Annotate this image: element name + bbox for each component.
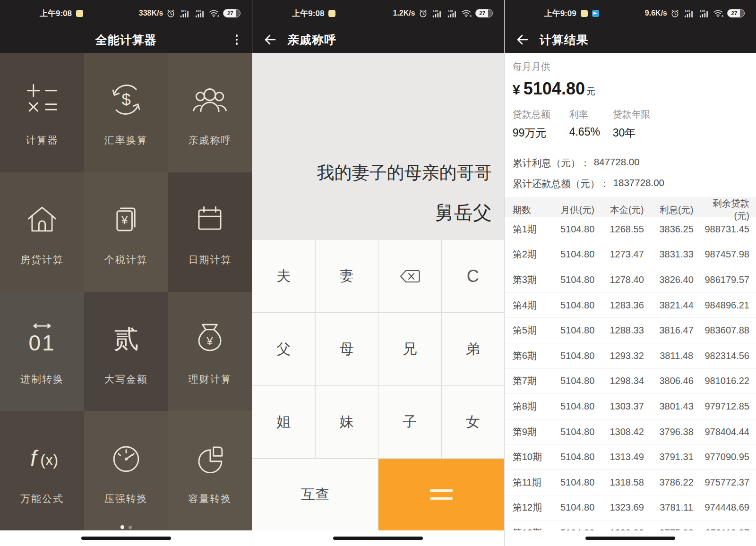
wifi-icon: 6 [713,9,724,17]
tool-item-income-tax-calc[interactable]: ¥个税计算 [84,172,168,292]
table-cell: 第1期 [513,223,553,236]
wifi-icon: 6 [209,9,220,17]
notification-app-icon [328,10,335,17]
key-mother[interactable]: 母 [316,313,378,385]
tool-label: 压强转换 [104,492,148,505]
key-husband[interactable]: 夫 [252,240,315,312]
table-cell: 1288.33 [602,325,652,336]
tool-item-date-calc[interactable]: 日期计算 [168,172,252,292]
clock-text: 上午9:08 [40,8,72,19]
tool-item-capacity-convert[interactable]: 容量转换 [168,411,252,530]
loan-total-label: 贷款总额 [513,108,569,121]
rate-label: 利率 [569,108,613,121]
tool-item-currency-exchange[interactable]: $汇率换算 [84,53,168,172]
column-header: 月供(元) [553,204,602,216]
key-elder-sister[interactable]: 姐 [252,386,315,458]
key-equals[interactable] [378,459,504,531]
loan-content: 每月月供 ¥ 5104.80 元 贷款总额 99万元 利率 4.65% [505,53,756,530]
tool-item-formula[interactable]: f(x)万能公式 [0,411,84,530]
table-row: 第11期5104.801318.583786.22975772.37 [505,470,756,495]
tool-label: 个税计算 [104,253,148,266]
tool-item-mortgage-calc[interactable]: 房贷计算 [0,172,84,292]
back-arrow-icon[interactable] [263,33,277,47]
table-cell: 5104.80 [553,452,602,462]
signal-sim1-icon: HD [179,9,190,18]
home-indicator[interactable] [333,537,423,540]
table-cell: 1318.58 [602,477,652,488]
tool-label: 汇率换算 [104,134,148,147]
loan-params: 贷款总额 99万元 利率 4.65% 贷款年限 30年 [513,108,748,140]
page-dot-active [120,525,124,529]
table-cell: 975772.37 [701,477,751,488]
table-cell: 3826.40 [652,274,701,285]
table-row: 第13期5104.801328.823775.98973119.87 [505,520,756,530]
table-cell: 982314.56 [701,350,751,361]
svg-text:f: f [30,446,39,471]
formula-icon: f(x) [20,436,64,480]
table-row: 第4期5104.801283.363821.44984896.21 [505,293,756,318]
home-indicator[interactable] [585,537,675,540]
key-younger-sister[interactable]: 妹 [316,386,378,458]
key-son[interactable]: 子 [378,386,441,458]
total-interest-label: 累计利息（元）： [513,156,590,170]
tool-item-uppercase-amount[interactable]: 贰大写金额 [84,292,168,411]
key-elder-brother[interactable]: 兄 [378,313,441,385]
table-cell: 第13期 [513,527,553,530]
panel-kinship: 上午9:08 1.2K/s HD HD 6 27 亲戚称呼 我的妻子的母亲的哥哥… [252,0,504,546]
pressure-convert-icon [104,436,148,480]
table-cell: 974448.69 [701,502,751,513]
gesture-strip [252,530,504,546]
total-repayment-value: 1837728.00 [613,177,664,190]
key-daughter[interactable]: 女 [442,386,504,458]
kinship-titles-icon [188,78,232,121]
page-dot-inactive [129,526,132,529]
table-cell: 5104.80 [553,401,602,412]
status-bar: 上午9:08 1.2K/s HD HD 6 27 [252,0,504,26]
table-cell: 3806.46 [652,375,701,386]
monthly-payment-value: 5104.80 [524,79,585,99]
loan-total-value: 99万元 [513,126,569,140]
tool-item-pressure-convert[interactable]: 压强转换 [84,411,168,530]
svg-text:6: 6 [470,14,472,17]
table-cell: 978404.44 [701,427,751,437]
svg-text:贰: 贰 [113,324,139,353]
tool-label: 日期计算 [188,253,232,266]
home-indicator[interactable] [81,537,171,540]
svg-text:¥: ¥ [206,335,213,348]
capacity-convert-icon [188,436,232,480]
panel-home: 上午9:08 338K/s HD HD 6 27 全能计算器 计算器$汇率换算亲… [0,0,252,546]
monthly-payment-amount: ¥ 5104.80 元 [513,79,748,99]
key-backspace[interactable] [378,240,441,312]
table-cell: 3791.31 [652,452,701,462]
tool-item-radix-convert[interactable]: 01进制转换 [0,292,84,411]
key-wife[interactable]: 妻 [316,240,378,312]
triple-screenshot: 上午9:08 338K/s HD HD 6 27 全能计算器 计算器$汇率换算亲… [0,0,756,546]
key-father[interactable]: 父 [252,313,315,385]
back-arrow-icon[interactable] [515,33,529,47]
page-title: 亲戚称呼 [287,32,336,48]
table-cell: 1273.47 [602,249,652,260]
gesture-strip [0,530,252,546]
tool-item-calculator[interactable]: 计算器 [0,53,84,172]
currency-symbol: ¥ [513,82,520,98]
svg-text:6: 6 [722,14,723,17]
more-menu-icon[interactable] [236,34,238,45]
table-cell: 第6期 [513,350,553,362]
tool-item-kinship-titles[interactable]: 亲戚称呼 [168,53,252,172]
key-mutual-lookup[interactable]: 互查 [252,459,378,531]
page-indicator [0,525,252,529]
kinship-keypad: 夫妻C父母兄弟姐妹子女互查 [252,240,504,530]
tool-label: 亲戚称呼 [188,134,232,147]
signal-sim2-icon: HD [698,9,710,18]
table-cell: 977090.95 [701,452,751,462]
table-cell: 3836.25 [652,224,701,235]
key-clear[interactable]: C [442,240,504,312]
table-cell: 第8期 [513,400,553,413]
wifi-icon: 6 [461,9,472,17]
tool-label: 理财计算 [188,373,232,386]
table-cell: 979712.85 [701,401,751,412]
total-repayment-label: 累计还款总额（元）： [513,177,610,190]
tool-label: 容量转换 [188,492,232,505]
key-younger-brother[interactable]: 弟 [442,313,504,385]
tool-item-finance-calc[interactable]: ¥理财计算 [168,292,252,411]
